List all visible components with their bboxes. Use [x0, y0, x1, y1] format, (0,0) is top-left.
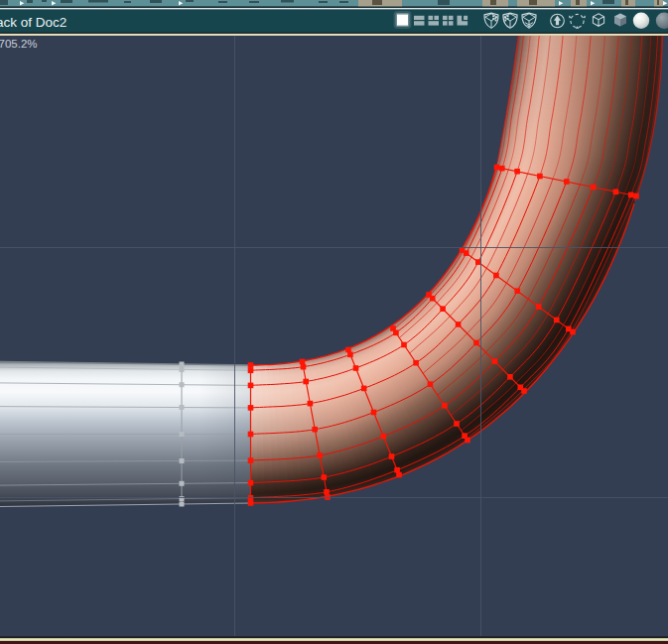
svg-text:705.2%: 705.2% [0, 38, 38, 50]
svg-text:ack of Doc2: ack of Doc2 [0, 15, 67, 30]
